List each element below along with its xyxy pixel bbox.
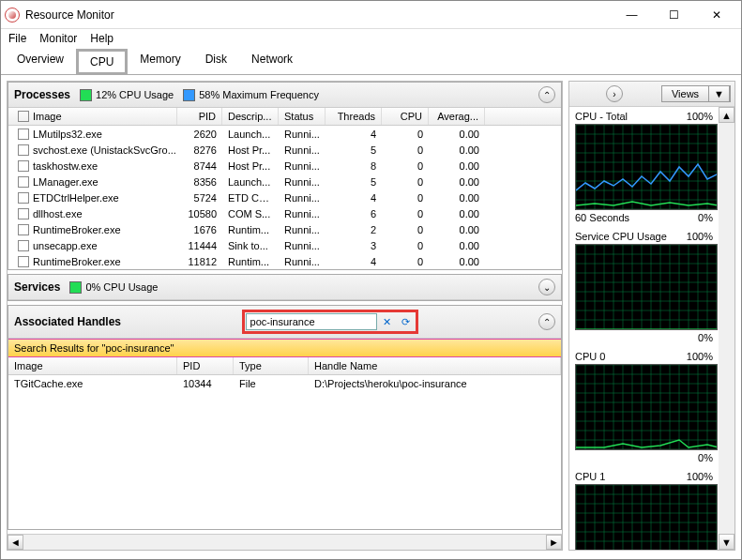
services-title: Services xyxy=(14,280,60,294)
chart-footer-right: 0% xyxy=(698,452,713,463)
tabs: Overview CPU Memory Disk Network xyxy=(1,48,741,75)
max-freq-icon xyxy=(183,89,195,101)
minimize-button[interactable]: — xyxy=(611,1,653,29)
titlebar: Resource Monitor — ☐ ✕ xyxy=(1,1,741,29)
handles-table-body: TGitCache.exe10344FileD:\Projects\heroku… xyxy=(8,375,561,529)
row-checkbox[interactable] xyxy=(18,256,29,267)
chart-block: CPU - Total100%60 Seconds0% xyxy=(569,107,719,227)
processes-title: Processes xyxy=(14,88,70,101)
chart-footer-right: 0% xyxy=(698,332,713,343)
handles-title: Associated Handles xyxy=(14,315,121,328)
chart-canvas xyxy=(575,124,718,210)
processes-table-header: Image PID Descrip... Status Threads CPU … xyxy=(8,108,561,126)
cpu-usage-label: 12% CPU Usage xyxy=(96,89,174,100)
table-row[interactable]: ETDCtrlHelper.exe5724ETD Co...Runni...40… xyxy=(8,189,561,205)
row-checkbox[interactable] xyxy=(18,240,29,251)
chart-max: 100% xyxy=(687,111,713,122)
collapse-processes-button[interactable]: ⌃ xyxy=(538,86,555,103)
max-freq-label: 58% Maximum Frequency xyxy=(199,89,319,100)
processes-table-body: LMutilps32.exe2620Launch...Runni...400.0… xyxy=(8,126,561,269)
maximize-button[interactable]: ☐ xyxy=(653,1,695,29)
search-results-bar: Search Results for "poc-insurance" xyxy=(8,339,561,357)
table-row[interactable]: taskhostw.exe8744Host Pr...Runni...800.0… xyxy=(8,158,561,174)
close-button[interactable]: ✕ xyxy=(695,1,737,29)
chart-max: 100% xyxy=(687,351,713,362)
services-panel: Services 0% CPU Usage ⌄ xyxy=(8,274,562,301)
chart-canvas xyxy=(575,484,718,550)
table-row[interactable]: LMutilps32.exe2620Launch...Runni...400.0… xyxy=(8,126,561,142)
table-row[interactable]: RuntimeBroker.exe11812Runtim...Runni...4… xyxy=(8,253,561,269)
chart-title: CPU 0 xyxy=(575,351,605,362)
chart-max: 100% xyxy=(687,231,713,242)
scroll-up-button[interactable]: ▲ xyxy=(719,107,734,123)
table-row[interactable]: LManager.exe8356Launch...Runni...500.00 xyxy=(8,174,561,189)
tab-disk[interactable]: Disk xyxy=(193,48,239,74)
chevron-down-icon: ▼ xyxy=(709,86,730,101)
chart-max: 100% xyxy=(687,471,713,482)
services-cpu-icon xyxy=(69,281,82,294)
table-row[interactable]: dllhost.exe10580COM S...Runni...600.00 xyxy=(8,205,561,221)
chart-footer-left: 60 Seconds xyxy=(575,212,629,223)
charts-container: CPU - Total100%60 Seconds0%Service CPU U… xyxy=(569,107,719,550)
processes-panel: Processes 12% CPU Usage 58% Maximum Freq… xyxy=(8,82,562,270)
window-title: Resource Monitor xyxy=(25,8,611,22)
scroll-down-button[interactable]: ▼ xyxy=(719,534,734,550)
cpu-usage-icon xyxy=(80,89,92,101)
menubar: File Monitor Help xyxy=(1,29,741,48)
tab-cpu[interactable]: CPU xyxy=(76,49,128,75)
chart-footer-right: 0% xyxy=(698,212,713,223)
search-highlight: ✕ ⟳ xyxy=(242,310,418,334)
services-cpu-label: 0% CPU Usage xyxy=(85,281,158,293)
views-dropdown[interactable]: Views ▼ xyxy=(661,85,731,102)
handles-search-input[interactable] xyxy=(246,313,377,330)
row-checkbox[interactable] xyxy=(18,144,29,156)
tab-memory[interactable]: Memory xyxy=(128,48,192,74)
chart-block: CPU 0100%0% xyxy=(569,347,719,467)
chart-block: CPU 1100% xyxy=(569,467,719,550)
chart-canvas xyxy=(575,244,718,330)
expand-services-button[interactable]: ⌄ xyxy=(538,279,555,295)
menu-file[interactable]: File xyxy=(8,32,26,45)
menu-help[interactable]: Help xyxy=(90,32,114,45)
handles-panel: Associated Handles ✕ ⟳ ⌃ Search Results … xyxy=(8,305,562,530)
vertical-scrollbar[interactable]: ▲ ▼ xyxy=(719,107,734,550)
row-checkbox[interactable] xyxy=(18,208,29,219)
tab-overview[interactable]: Overview xyxy=(5,48,76,74)
row-checkbox[interactable] xyxy=(18,224,29,235)
table-row[interactable]: RuntimeBroker.exe1676Runtim...Runni...20… xyxy=(8,221,561,237)
table-row[interactable]: TGitCache.exe10344FileD:\Projects\heroku… xyxy=(8,375,561,391)
chart-title: CPU 1 xyxy=(575,471,605,482)
charts-header: › Views ▼ xyxy=(569,82,734,107)
menu-monitor[interactable]: Monitor xyxy=(39,32,77,45)
tab-network[interactable]: Network xyxy=(239,48,305,74)
row-checkbox[interactable] xyxy=(18,129,29,140)
row-checkbox[interactable] xyxy=(18,192,29,204)
chart-title: CPU - Total xyxy=(575,111,628,122)
handles-table-header: Image PID Type Handle Name xyxy=(8,357,561,375)
row-checkbox[interactable] xyxy=(18,176,29,188)
clear-search-button[interactable]: ✕ xyxy=(379,314,396,329)
app-icon xyxy=(5,8,20,23)
collapse-handles-button[interactable]: ⌃ xyxy=(538,313,555,330)
refresh-search-button[interactable]: ⟳ xyxy=(398,314,415,329)
table-row[interactable]: svchost.exe (UnistackSvcGro...8276Host P… xyxy=(8,142,561,158)
row-checkbox[interactable] xyxy=(18,160,29,172)
chart-block: Service CPU Usage100%0% xyxy=(569,227,719,347)
horizontal-scrollbar[interactable]: ◄ ► xyxy=(8,534,562,550)
collapse-charts-button[interactable]: › xyxy=(606,85,623,102)
scroll-left-button[interactable]: ◄ xyxy=(8,535,23,550)
table-row[interactable]: unsecapp.exe11444Sink to...Runni...300.0… xyxy=(8,237,561,253)
scroll-right-button[interactable]: ► xyxy=(546,535,562,550)
select-all-checkbox[interactable] xyxy=(18,111,29,122)
chart-title: Service CPU Usage xyxy=(575,231,667,242)
chart-canvas xyxy=(575,364,718,450)
